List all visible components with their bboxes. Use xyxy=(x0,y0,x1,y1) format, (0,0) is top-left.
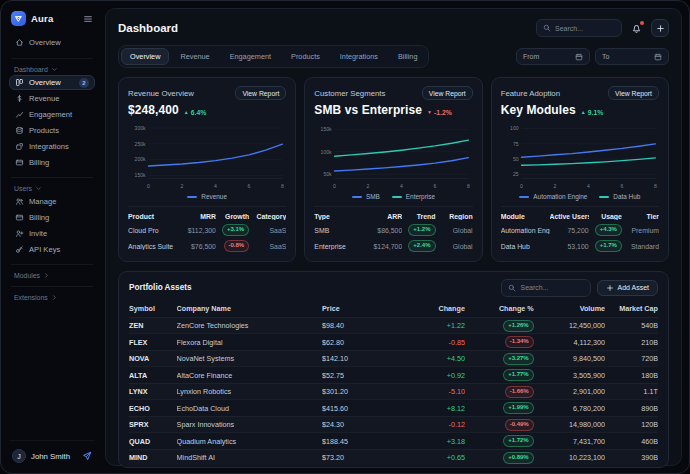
mini-table-header: TypeARRTrendRegion xyxy=(314,211,472,222)
table-cell: +3.18 xyxy=(407,437,465,446)
tab-revenue[interactable]: Revenue xyxy=(171,48,218,65)
view-report-button[interactable]: View Report xyxy=(608,86,659,100)
legend-swatch xyxy=(187,196,197,198)
trend-pill: +3.1% xyxy=(222,224,249,236)
table-cell: 540B xyxy=(605,321,658,330)
card-mini-table: ProductMRRGrowthCategoryCloud Pro$112,30… xyxy=(128,206,286,254)
column-header-company-name: Company Name xyxy=(177,304,322,313)
sidebar-item-label: Manage xyxy=(29,197,56,206)
triangle-down-icon: ▼ xyxy=(427,109,432,115)
menu-icon[interactable] xyxy=(83,14,93,24)
sidebar-section-dashboard[interactable]: Dashboard xyxy=(9,66,95,73)
sidebar-item-revenue[interactable]: Revenue xyxy=(9,91,95,106)
sidebar-item-billing[interactable]: Billing xyxy=(9,210,95,225)
view-report-button[interactable]: View Report xyxy=(422,86,473,100)
notifications-bell-icon[interactable] xyxy=(629,21,644,36)
sidebar-item-overview[interactable]: Overview xyxy=(9,35,95,50)
table-cell: +0.92 xyxy=(407,371,465,380)
date-from-field[interactable] xyxy=(516,48,590,65)
table-cell: ZenCore Technologies xyxy=(177,321,322,330)
table-row-echo[interactable]: ECHOEchoData Cloud$415.60+8.12+1.99%6,78… xyxy=(129,399,658,416)
brand-name: Aura xyxy=(31,13,53,24)
table-cell: $98.40 xyxy=(322,321,407,330)
column-header-symbol: Symbol xyxy=(129,304,177,313)
user-profile[interactable]: J John Smith xyxy=(9,440,95,465)
card-customer-segments: Customer SegmentsView ReportSMB vs Enter… xyxy=(304,77,482,262)
tab-engagement[interactable]: Engagement xyxy=(221,48,280,65)
sidebar-item-overview[interactable]: Overview2 xyxy=(9,75,95,90)
date-to-field[interactable] xyxy=(595,48,669,65)
sidebar-item-api-keys[interactable]: API Keys xyxy=(9,242,95,257)
table-row-flex[interactable]: FLEXFlexora Digital$62.80-0.85-1.34%4,11… xyxy=(129,333,658,350)
card-title: Feature Adoption xyxy=(501,89,560,98)
legend-swatch xyxy=(599,196,609,198)
mini-table-cell: Standard xyxy=(622,243,659,250)
portfolio-search[interactable] xyxy=(501,279,591,297)
table-row-mind[interactable]: MINDMindShift AI$73.20+0.65+0.89%10,223,… xyxy=(129,449,658,466)
chart-legend: SMBEnterprise xyxy=(314,193,472,200)
table-cell: 12,450,000 xyxy=(534,321,605,330)
tab-overview[interactable]: Overview xyxy=(121,48,169,65)
mini-table-cell: +2.4% xyxy=(402,240,435,252)
search-input[interactable] xyxy=(555,25,615,32)
sidebar-item-billing[interactable]: Billing xyxy=(9,155,95,170)
table-row-quad[interactable]: QUADQuadium Analytics$188.45+3.18+1.72%7… xyxy=(129,432,658,449)
table-row-zen[interactable]: ZENZenCore Technologies$98.40+1.22+1.26%… xyxy=(129,317,658,334)
global-search[interactable] xyxy=(536,19,622,37)
table-cell: 1.1T xyxy=(605,387,658,396)
mini-table-header-cell: Module xyxy=(501,213,550,220)
calendar-icon xyxy=(575,53,583,61)
tab-products[interactable]: Products xyxy=(282,48,329,65)
chevron-down-icon xyxy=(35,185,42,192)
sidebar-section-modules[interactable]: Modules xyxy=(9,272,95,279)
sidebar-item-integrations[interactable]: Integrations xyxy=(9,139,95,154)
mini-table-cell: Data Hub xyxy=(501,243,550,250)
table-row-alta[interactable]: ALTAAltaCore Finance$52.75+0.92+1.77%3,5… xyxy=(129,366,658,383)
sidebar-item-products[interactable]: Products xyxy=(9,123,95,138)
table-row-lynx[interactable]: LYNXLynxion Robotics$301.20-5.10-1.66%2,… xyxy=(129,383,658,400)
tab-billing[interactable]: Billing xyxy=(389,48,426,65)
svg-text:8: 8 xyxy=(654,183,657,189)
sidebar-section-extensions[interactable]: Extensions xyxy=(9,294,95,301)
change-pct-pill: +1.77% xyxy=(503,369,534,381)
layers-icon xyxy=(15,126,24,135)
card-delta: ▼-1.2% xyxy=(427,109,452,116)
sidebar-item-engagement[interactable]: Engagement xyxy=(9,107,95,122)
mini-table-cell: $76,500 xyxy=(177,243,216,250)
date-to-input[interactable] xyxy=(602,53,654,60)
svg-text:0: 0 xyxy=(333,183,336,189)
sidebar-section-users[interactable]: Users xyxy=(9,185,95,192)
grid-icon xyxy=(15,78,24,87)
svg-text:2: 2 xyxy=(367,183,370,189)
mini-table-header-cell: Region xyxy=(436,213,473,220)
add-button[interactable] xyxy=(651,19,669,37)
card-headline-value: $248,400 xyxy=(128,103,179,117)
table-row-sprx[interactable]: SPRXSparx Innovations$24.30-0.12-0.49%14… xyxy=(129,416,658,433)
section-label: Users xyxy=(14,185,32,192)
change-pct-pill: +1.99% xyxy=(503,402,534,414)
table-row-nova[interactable]: NOVANovaNet Systems$142.10+4.50+3.27%9,8… xyxy=(129,350,658,367)
svg-text:6: 6 xyxy=(434,183,437,189)
dollar-icon xyxy=(15,94,24,103)
sidebar-divider xyxy=(11,286,93,287)
mini-table-row: Data Hub53,100+1.7%Standard xyxy=(501,238,659,254)
date-from-input[interactable] xyxy=(523,53,575,60)
users-icon xyxy=(15,197,24,206)
table-cell: +1.99% xyxy=(465,402,534,414)
view-report-button[interactable]: View Report xyxy=(235,86,286,100)
sidebar-item-label: API Keys xyxy=(29,245,60,254)
sidebar-item-manage[interactable]: Manage xyxy=(9,194,95,209)
portfolio-search-input[interactable] xyxy=(520,284,584,291)
table-cell: -5.10 xyxy=(407,387,465,396)
mini-table-cell: $86,500 xyxy=(363,227,402,234)
add-asset-button[interactable]: Add Asset xyxy=(597,280,658,296)
svg-text:25: 25 xyxy=(513,171,519,177)
table-cell: -0.49% xyxy=(465,419,534,431)
table-cell: ECHO xyxy=(129,404,177,413)
send-icon[interactable] xyxy=(82,451,92,461)
table-cell: $301.20 xyxy=(322,387,407,396)
svg-text:50k: 50k xyxy=(324,171,333,177)
mini-table-cell: -0.8% xyxy=(216,240,249,252)
tab-integrations[interactable]: Integrations xyxy=(331,48,387,65)
sidebar-item-invite[interactable]: Invite xyxy=(9,226,95,241)
